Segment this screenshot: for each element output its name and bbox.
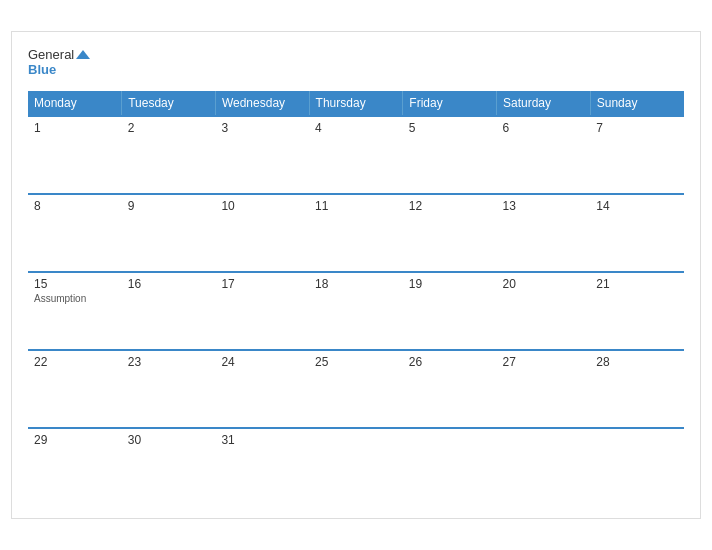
day-number: 11 [315,199,397,213]
day-number: 1 [34,121,116,135]
weekday-sunday: Sunday [590,91,684,116]
calendar-week-row: 891011121314 [28,194,684,272]
calendar-cell: 26 [403,350,497,428]
day-number: 19 [409,277,491,291]
day-number: 27 [503,355,585,369]
logo-general-text: General [28,48,90,62]
calendar-cell: 22 [28,350,122,428]
day-number: 6 [503,121,585,135]
calendar-cell [497,428,591,506]
weekday-thursday: Thursday [309,91,403,116]
day-number: 13 [503,199,585,213]
day-event: Assumption [34,293,116,304]
day-number: 7 [596,121,678,135]
day-number: 30 [128,433,210,447]
day-number: 5 [409,121,491,135]
day-number: 15 [34,277,116,291]
calendar-cell [403,428,497,506]
day-number: 12 [409,199,491,213]
day-number: 17 [221,277,303,291]
calendar-cell: 27 [497,350,591,428]
day-number: 31 [221,433,303,447]
weekday-friday: Friday [403,91,497,116]
day-number: 26 [409,355,491,369]
day-number: 10 [221,199,303,213]
calendar-cell: 13 [497,194,591,272]
day-number: 16 [128,277,210,291]
weekday-monday: Monday [28,91,122,116]
calendar-cell [590,428,684,506]
calendar: General Blue Monday Tuesday Wednesday Th… [11,31,701,519]
day-number: 20 [503,277,585,291]
calendar-cell: 15Assumption [28,272,122,350]
day-number: 9 [128,199,210,213]
calendar-cell: 18 [309,272,403,350]
calendar-cell: 23 [122,350,216,428]
day-number: 23 [128,355,210,369]
day-number: 24 [221,355,303,369]
day-number: 28 [596,355,678,369]
calendar-week-row: 1234567 [28,116,684,194]
calendar-cell: 20 [497,272,591,350]
calendar-cell: 10 [215,194,309,272]
day-number: 21 [596,277,678,291]
calendar-cell: 1 [28,116,122,194]
calendar-cell: 29 [28,428,122,506]
day-number: 22 [34,355,116,369]
calendar-cell: 6 [497,116,591,194]
calendar-cell: 24 [215,350,309,428]
calendar-body: 123456789101112131415Assumption161718192… [28,116,684,506]
day-number: 2 [128,121,210,135]
calendar-week-row: 22232425262728 [28,350,684,428]
day-number: 3 [221,121,303,135]
day-number: 18 [315,277,397,291]
logo-triangle-icon [76,50,90,59]
calendar-cell: 28 [590,350,684,428]
calendar-cell: 30 [122,428,216,506]
day-number: 4 [315,121,397,135]
day-number: 25 [315,355,397,369]
logo-blue-text: Blue [28,63,90,77]
day-number: 29 [34,433,116,447]
calendar-week-row: 293031 [28,428,684,506]
calendar-week-row: 15Assumption161718192021 [28,272,684,350]
calendar-cell: 5 [403,116,497,194]
logo: General Blue [28,48,90,77]
calendar-cell [309,428,403,506]
weekday-saturday: Saturday [497,91,591,116]
calendar-header-row: Monday Tuesday Wednesday Thursday Friday… [28,91,684,116]
calendar-cell: 4 [309,116,403,194]
calendar-cell: 7 [590,116,684,194]
calendar-cell: 3 [215,116,309,194]
calendar-table: Monday Tuesday Wednesday Thursday Friday… [28,91,684,506]
calendar-cell: 12 [403,194,497,272]
weekday-wednesday: Wednesday [215,91,309,116]
calendar-cell: 17 [215,272,309,350]
calendar-cell: 31 [215,428,309,506]
calendar-cell: 19 [403,272,497,350]
calendar-cell: 8 [28,194,122,272]
calendar-cell: 11 [309,194,403,272]
calendar-cell: 14 [590,194,684,272]
calendar-cell: 25 [309,350,403,428]
calendar-cell: 9 [122,194,216,272]
calendar-cell: 2 [122,116,216,194]
weekday-tuesday: Tuesday [122,91,216,116]
day-number: 8 [34,199,116,213]
day-number: 14 [596,199,678,213]
calendar-header: General Blue [28,48,684,77]
calendar-cell: 16 [122,272,216,350]
calendar-cell: 21 [590,272,684,350]
